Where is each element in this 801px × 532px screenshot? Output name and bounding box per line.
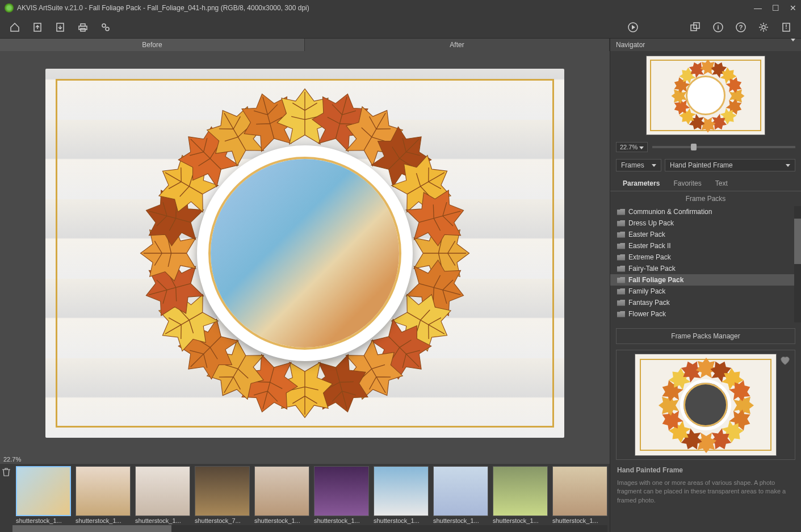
frame-category-dropdown[interactable]: Frames: [616, 159, 661, 171]
svg-point-5: [102, 24, 106, 27]
thumb-label: shutterstock_1...: [433, 517, 488, 524]
canvas-area: Before After 22.7% shutterstock_1...shut: [0, 39, 610, 532]
frame-desc-body: Images with one or more areas of various…: [617, 479, 794, 505]
pack-list-scrollbar[interactable]: [794, 206, 801, 322]
filmstrip-thumb[interactable]: shutterstock_1...: [16, 466, 71, 524]
favorite-heart-icon[interactable]: [779, 354, 791, 366]
thumb-label: shutterstock_1...: [493, 517, 548, 524]
batch-icon[interactable]: [100, 22, 111, 33]
svg-text:?: ?: [739, 24, 743, 31]
sidebar: Navigator 22.7% Frames Hand Painted Fram…: [610, 39, 801, 532]
pack-item[interactable]: Easter Pack: [610, 229, 801, 240]
canvas-image: [45, 69, 564, 438]
pack-item[interactable]: Fantasy Pack: [610, 297, 801, 308]
svg-rect-3: [81, 24, 85, 26]
filmstrip-thumb[interactable]: shutterstock_1...: [76, 466, 131, 524]
navigator-preview[interactable]: [646, 56, 765, 135]
svg-text:!: !: [785, 24, 787, 30]
frame-packs-header: Frame Packs: [610, 191, 801, 206]
frame-type-dropdown[interactable]: Hand Painted Frame: [665, 159, 795, 171]
folder-icon: [617, 243, 625, 249]
pack-item[interactable]: Communion & Confirmation: [610, 206, 801, 217]
filmstrip-thumb[interactable]: shutterstock_1...: [552, 466, 607, 524]
filmstrip-thumb[interactable]: shutterstock_1...: [135, 466, 190, 524]
folder-icon: [617, 232, 625, 238]
frame-desc-title: Hand Painted Frame: [617, 466, 794, 475]
run-icon[interactable]: [627, 22, 639, 33]
collapse-icon[interactable]: [791, 39, 795, 51]
filmstrip-thumb[interactable]: shutterstock_1...: [493, 466, 548, 524]
photo-content: [211, 159, 399, 347]
frame-description: Hand Painted Frame Images with one or mo…: [610, 460, 801, 510]
notify-icon[interactable]: !: [781, 22, 792, 33]
folder-icon: [617, 311, 625, 317]
frame-pack-list: Communion & ConfirmationDress Up PackEas…: [610, 206, 801, 322]
zoom-slider[interactable]: [652, 146, 795, 148]
filmstrip-thumb[interactable]: shutterstock_7...: [195, 466, 250, 524]
thumb-label: shutterstock_7...: [195, 517, 250, 524]
folder-icon: [617, 322, 625, 323]
thumb-label: shutterstock_1...: [16, 517, 71, 524]
filmstrip-scrollbar[interactable]: [12, 525, 607, 532]
main-toolbar: i ? !: [0, 16, 801, 39]
tab-before[interactable]: Before: [0, 39, 305, 51]
titlebar: AKVIS ArtSuite v.21.0 - Fall Foliage Pac…: [0, 0, 801, 16]
pack-item[interactable]: Family Pack: [610, 286, 801, 297]
svg-text:i: i: [717, 24, 719, 31]
app-icon: [5, 3, 14, 12]
close-button[interactable]: ✕: [790, 3, 796, 12]
folder-icon: [617, 266, 625, 272]
pack-item[interactable]: Dress Up Pack: [610, 217, 801, 229]
maximize-button[interactable]: ☐: [772, 3, 779, 12]
folder-icon: [617, 288, 625, 295]
folder-icon: [617, 277, 625, 283]
minimize-button[interactable]: —: [754, 3, 762, 12]
thumb-label: shutterstock_1...: [314, 517, 369, 524]
save-file-icon[interactable]: [54, 22, 66, 33]
settings-icon[interactable]: [758, 22, 769, 33]
thumb-label: shutterstock_1...: [552, 517, 607, 524]
filmstrip-thumb[interactable]: shutterstock_1...: [254, 466, 309, 524]
home-icon[interactable]: [9, 22, 20, 33]
filmstrip-thumb[interactable]: shutterstock_1...: [314, 466, 369, 524]
filmstrip-thumb[interactable]: shutterstock_1...: [374, 466, 429, 524]
pack-item[interactable]: Fairy-Tale Pack: [610, 263, 801, 274]
zoom-level-label: 22.7%: [0, 455, 24, 464]
pack-item[interactable]: Extreme Pack: [610, 252, 801, 263]
navigator-header: Navigator: [610, 39, 801, 51]
help-icon[interactable]: ?: [735, 22, 747, 33]
folder-icon: [617, 220, 625, 227]
thumb-label: shutterstock_1...: [76, 517, 131, 524]
svg-point-6: [106, 27, 109, 31]
tab-after[interactable]: After: [305, 39, 610, 51]
tab-text[interactable]: Text: [708, 176, 735, 191]
filmstrip: shutterstock_1...shutterstock_1...shutte…: [0, 464, 610, 532]
windows-icon[interactable]: [690, 22, 701, 33]
info-icon[interactable]: i: [712, 22, 724, 33]
folder-icon: [617, 254, 625, 261]
pack-item[interactable]: France: [610, 320, 801, 322]
tab-parameters[interactable]: Parameters: [616, 176, 666, 191]
pack-item[interactable]: Flower Pack: [610, 308, 801, 320]
thumb-label: shutterstock_1...: [374, 517, 429, 524]
zoom-dropdown[interactable]: 22.7%: [616, 142, 648, 152]
window-title: AKVIS ArtSuite v.21.0 - Fall Foliage Pac…: [17, 4, 309, 12]
pack-item[interactable]: Fall Foliage Pack: [610, 274, 801, 286]
svg-rect-2: [79, 26, 87, 30]
svg-point-14: [762, 26, 765, 29]
trash-icon[interactable]: [2, 466, 12, 476]
navigator-title: Navigator: [616, 39, 645, 51]
frame-preview[interactable]: [635, 354, 777, 456]
frame-preview-box: [616, 350, 795, 460]
open-file-icon[interactable]: [32, 22, 43, 33]
thumb-label: shutterstock_1...: [254, 517, 309, 524]
frame-packs-manager-button[interactable]: Frame Packs Manager: [616, 328, 795, 344]
tab-favorites[interactable]: Favorites: [666, 176, 708, 191]
thumb-label: shutterstock_1...: [135, 517, 190, 524]
folder-icon: [617, 209, 625, 215]
folder-icon: [617, 300, 625, 306]
print-icon[interactable]: [77, 22, 89, 33]
filmstrip-thumb[interactable]: shutterstock_1...: [433, 466, 488, 524]
canvas-viewport[interactable]: [0, 51, 610, 455]
pack-item[interactable]: Easter Pack II: [610, 240, 801, 252]
